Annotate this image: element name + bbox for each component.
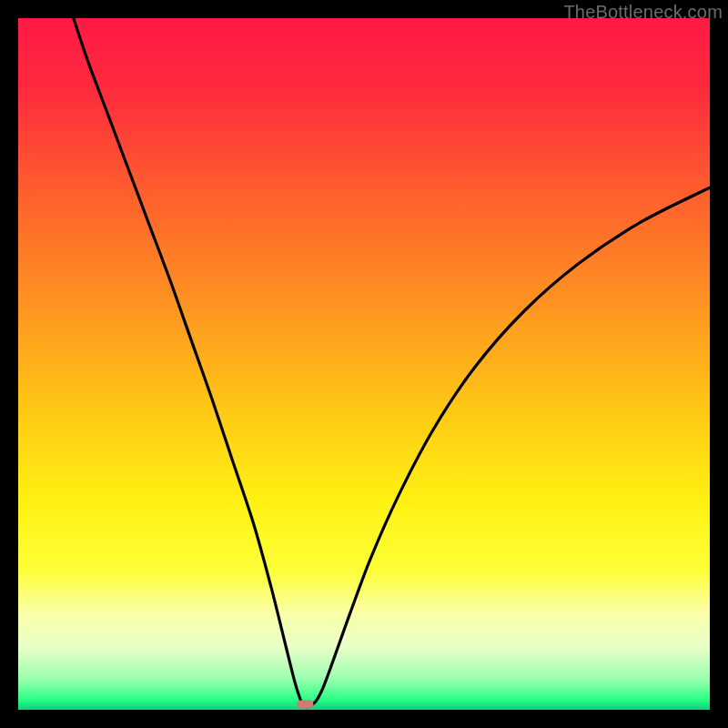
gradient-background	[18, 18, 710, 710]
curve-minimum-marker	[297, 700, 313, 708]
chart-svg	[18, 18, 710, 710]
chart-frame	[18, 18, 710, 710]
watermark-text: TheBottleneck.com	[563, 2, 723, 23]
